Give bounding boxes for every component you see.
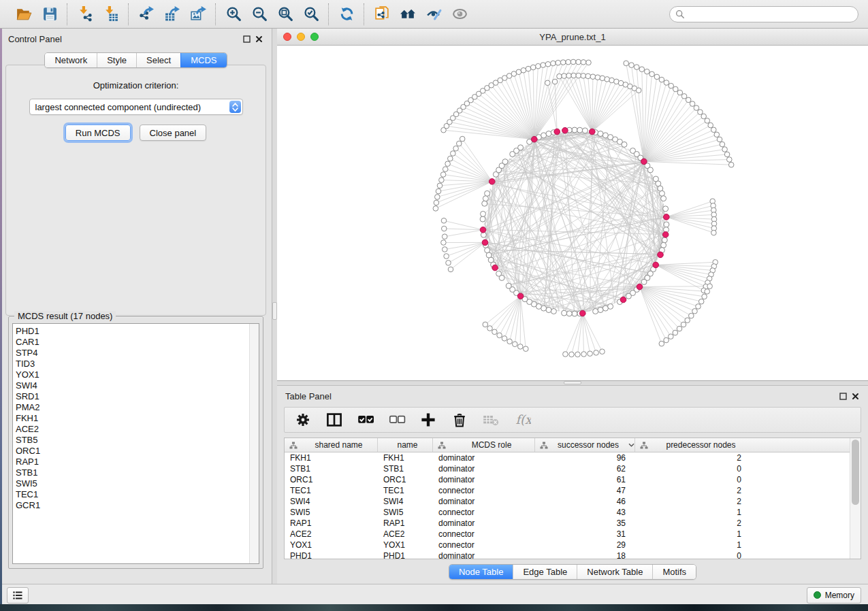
tab-style[interactable]: Style — [97, 53, 136, 67]
result-list-item[interactable]: STB1 — [13, 467, 249, 478]
import-network-icon[interactable] — [74, 3, 96, 25]
close-panel-icon[interactable] — [253, 33, 265, 45]
result-list-item[interactable]: ACE2 — [13, 424, 249, 435]
import-table-icon[interactable] — [100, 3, 122, 25]
network-view-window: YPA_prune.txt_1 — [277, 29, 868, 381]
table-row[interactable]: ACE2ACE2connector311 — [285, 529, 850, 540]
export-image-icon[interactable] — [187, 3, 209, 25]
table-row[interactable]: ORC1ORC1dominator610 — [285, 474, 850, 485]
table-cell: dominator — [433, 518, 535, 529]
export-table-icon[interactable] — [161, 3, 183, 25]
table-cell: YOX1 — [285, 540, 378, 550]
zoom-window-icon[interactable] — [310, 33, 319, 41]
close-panel-button[interactable]: Close panel — [140, 125, 207, 141]
floppy-save-icon[interactable] — [39, 3, 61, 25]
table-panel-header: Table Panel — [277, 386, 868, 404]
result-list-item[interactable]: SRD1 — [13, 391, 249, 402]
table-row[interactable]: STB1STB1dominator620 — [285, 463, 850, 474]
minimize-window-icon[interactable] — [297, 33, 305, 41]
result-list-item[interactable]: SWI5 — [13, 478, 249, 489]
tab-mcds[interactable]: MCDS — [180, 53, 226, 67]
table-scrollbar-thumb[interactable] — [852, 440, 859, 505]
zoom-fit-icon[interactable] — [274, 3, 296, 25]
column-header-MCDS-role[interactable]: MCDS role — [433, 438, 535, 452]
close-table-panel-icon[interactable] — [849, 390, 861, 402]
result-list-item[interactable]: GCR1 — [13, 500, 249, 511]
mcds-tab-content: Optimization criterion: largest connecte… — [5, 65, 266, 316]
result-list-item[interactable]: SWI4 — [13, 380, 249, 391]
select-all-icon[interactable] — [357, 412, 374, 428]
eye-pen-icon[interactable] — [423, 3, 445, 25]
tab-motifs[interactable]: Motifs — [652, 565, 696, 579]
eye-icon[interactable] — [449, 3, 470, 25]
table-cell: FKH1 — [378, 452, 433, 463]
table-row[interactable]: TEC1TEC1connector472 — [285, 485, 850, 496]
horizontal-splitter-handle[interactable] — [564, 381, 581, 384]
table-row[interactable]: RAP1RAP1dominator352 — [285, 518, 850, 529]
gear-icon[interactable] — [294, 412, 312, 428]
vertical-splitter[interactable] — [272, 29, 277, 584]
table-row[interactable]: PHD1PHD1dominator180 — [285, 550, 850, 559]
table-cell: dominator — [433, 452, 535, 463]
export-network-icon[interactable] — [135, 3, 157, 25]
result-list-item[interactable]: STB5 — [13, 435, 249, 446]
tab-network-table[interactable]: Network Table — [577, 565, 652, 579]
table-toolbar: f(x) — [284, 407, 861, 433]
float-table-panel-icon[interactable] — [837, 390, 849, 402]
zoom-out-icon[interactable] — [248, 3, 270, 25]
tab-select[interactable]: Select — [136, 53, 180, 67]
tab-network[interactable]: Network — [45, 53, 97, 67]
column-header-shared-name[interactable]: shared name — [285, 438, 378, 452]
network-canvas[interactable] — [277, 46, 868, 380]
vertical-splitter-handle[interactable] — [272, 302, 277, 320]
result-list-item[interactable]: RAP1 — [13, 457, 249, 467]
close-window-icon[interactable] — [283, 33, 291, 41]
add-icon[interactable] — [419, 412, 437, 428]
split-columns-icon[interactable] — [325, 412, 343, 428]
trash-icon[interactable] — [451, 412, 468, 428]
network-graph[interactable] — [277, 46, 867, 380]
table-cell: connector — [433, 540, 535, 550]
houses-icon[interactable] — [397, 3, 419, 25]
optimization-select[interactable]: largest connected component (undirected) — [29, 99, 243, 115]
table-scrollbar[interactable] — [850, 438, 861, 559]
table-cell: 46 — [535, 496, 635, 507]
column-header-name[interactable]: name — [378, 438, 433, 452]
table-row[interactable]: SWI5SWI5connector431 — [285, 507, 850, 518]
result-list-item[interactable]: STP4 — [13, 348, 249, 359]
control-panel-header: Control Panel — [0, 29, 272, 47]
column-header-successor-nodes[interactable]: successor nodes — [535, 438, 635, 452]
table-row[interactable]: YOX1YOX1connector291 — [285, 540, 850, 550]
table-cell: ORC1 — [378, 474, 433, 485]
task-history-button[interactable] — [7, 587, 29, 604]
search-box — [669, 6, 858, 22]
tab-edge-table[interactable]: Edge Table — [513, 565, 577, 579]
zoom-in-icon[interactable] — [223, 3, 244, 25]
result-list-item[interactable]: CAR1 — [13, 337, 249, 348]
zoom-selected-icon[interactable] — [300, 3, 322, 25]
run-mcds-button[interactable]: Run MCDS — [65, 125, 131, 141]
deselect-all-icon[interactable] — [388, 412, 406, 428]
folder-open-icon[interactable] — [13, 3, 35, 25]
horizontal-splitter[interactable] — [277, 381, 868, 386]
float-panel-icon[interactable] — [240, 33, 253, 45]
search-input[interactable] — [669, 6, 858, 22]
column-header-predecessor-nodes[interactable]: predecessor nodes — [635, 438, 751, 452]
document-network-icon[interactable] — [371, 3, 393, 25]
result-list-item[interactable]: FKH1 — [13, 413, 249, 424]
table-row[interactable]: FKH1FKH1dominator962 — [285, 452, 850, 463]
table-cell: 1 — [635, 540, 751, 550]
refresh-icon[interactable] — [336, 3, 357, 25]
result-list-scrollbar[interactable] — [249, 324, 259, 563]
table-cell: SWI4 — [285, 496, 378, 507]
memory-button[interactable]: Memory — [807, 587, 861, 604]
tab-node-table[interactable]: Node Table — [449, 565, 513, 579]
result-list-item[interactable]: TEC1 — [13, 489, 249, 500]
result-list-item[interactable]: PMA2 — [13, 402, 249, 413]
result-list-item[interactable]: ORC1 — [13, 446, 249, 457]
result-list-item[interactable]: YOX1 — [13, 369, 249, 380]
result-list-item[interactable]: TID3 — [13, 359, 249, 369]
result-list-item[interactable]: PHD1 — [13, 326, 249, 337]
table-row[interactable]: SWI4SWI4dominator462 — [285, 496, 850, 507]
table-cell: dominator — [433, 550, 535, 559]
